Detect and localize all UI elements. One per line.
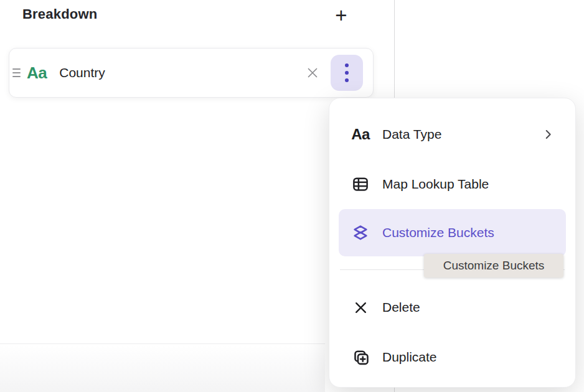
text-type-icon: Aa — [27, 63, 47, 83]
field-context-menu: Aa Data Type Map Lookup Table — [329, 98, 576, 388]
field-label: Country — [59, 65, 105, 80]
menu-item-label: Customize Buckets — [382, 225, 494, 240]
text-type-icon: Aa — [351, 126, 370, 143]
menu-item-label: Data Type — [382, 127, 441, 142]
table-icon — [350, 175, 371, 194]
drag-handle-icon[interactable] — [12, 68, 21, 77]
menu-item-duplicate[interactable]: Duplicate — [339, 332, 566, 382]
menu-item-delete[interactable]: Delete — [339, 282, 566, 332]
tooltip-text: Customize Buckets — [443, 259, 545, 273]
menu-item-label: Map Lookup Table — [382, 177, 489, 192]
menu-item-data-type[interactable]: Aa Data Type — [339, 110, 566, 159]
breakdown-field-card: Aa Country — [9, 48, 374, 98]
remove-field-button[interactable] — [302, 62, 323, 83]
tooltip: Customize Buckets — [424, 254, 563, 278]
panel-footer — [0, 343, 325, 392]
duplicate-icon — [350, 348, 371, 367]
kebab-vertical-icon — [345, 63, 349, 67]
chevron-right-icon — [541, 128, 555, 141]
x-delete-icon — [350, 299, 371, 316]
add-breakdown-button[interactable]: + — [329, 3, 354, 28]
field-options-button[interactable] — [331, 55, 363, 91]
buckets-stack-icon — [350, 223, 371, 243]
menu-item-map-lookup-table[interactable]: Map Lookup Table — [339, 159, 566, 209]
breakdown-screen: Breakdown + Aa Country Aa Data Type — [0, 0, 584, 392]
menu-item-customize-buckets[interactable]: Customize Buckets — [339, 209, 566, 256]
page-title: Breakdown — [22, 6, 97, 22]
menu-item-label: Duplicate — [382, 350, 437, 365]
menu-item-label: Delete — [382, 300, 420, 315]
close-icon — [304, 65, 321, 81]
